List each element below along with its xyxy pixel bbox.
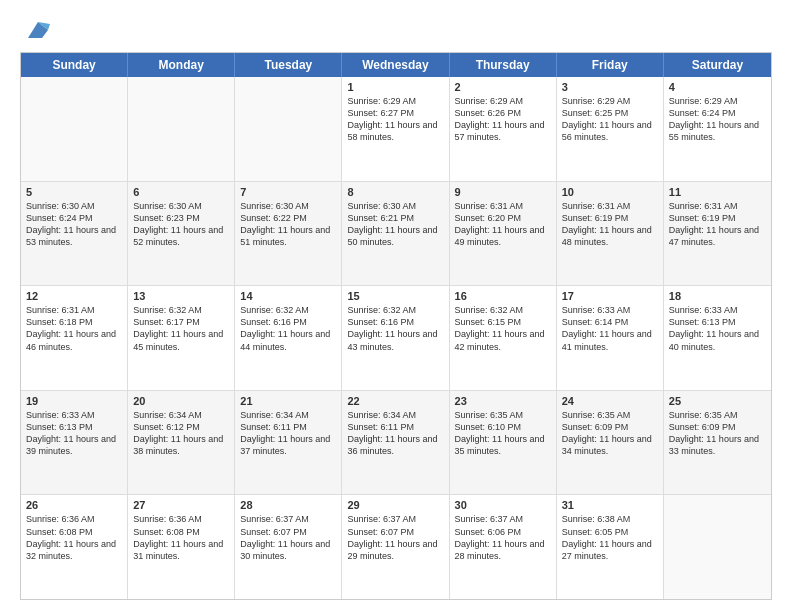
day-cell-27: 27Sunrise: 6:36 AMSunset: 6:08 PMDayligh…: [128, 495, 235, 599]
day-number: 9: [455, 186, 551, 198]
day-number: 19: [26, 395, 122, 407]
calendar: SundayMondayTuesdayWednesdayThursdayFrid…: [20, 52, 772, 600]
day-info: Sunrise: 6:30 AMSunset: 6:24 PMDaylight:…: [26, 200, 122, 249]
day-cell-17: 17Sunrise: 6:33 AMSunset: 6:14 PMDayligh…: [557, 286, 664, 390]
day-number: 22: [347, 395, 443, 407]
day-cell-11: 11Sunrise: 6:31 AMSunset: 6:19 PMDayligh…: [664, 182, 771, 286]
calendar-row-3: 12Sunrise: 6:31 AMSunset: 6:18 PMDayligh…: [21, 286, 771, 391]
logo-icon: [24, 16, 52, 44]
day-cell-14: 14Sunrise: 6:32 AMSunset: 6:16 PMDayligh…: [235, 286, 342, 390]
day-info: Sunrise: 6:32 AMSunset: 6:16 PMDaylight:…: [347, 304, 443, 353]
day-cell-7: 7Sunrise: 6:30 AMSunset: 6:22 PMDaylight…: [235, 182, 342, 286]
day-number: 12: [26, 290, 122, 302]
day-info: Sunrise: 6:30 AMSunset: 6:23 PMDaylight:…: [133, 200, 229, 249]
day-info: Sunrise: 6:29 AMSunset: 6:26 PMDaylight:…: [455, 95, 551, 144]
day-number: 21: [240, 395, 336, 407]
day-info: Sunrise: 6:31 AMSunset: 6:19 PMDaylight:…: [562, 200, 658, 249]
day-cell-22: 22Sunrise: 6:34 AMSunset: 6:11 PMDayligh…: [342, 391, 449, 495]
day-number: 5: [26, 186, 122, 198]
day-info: Sunrise: 6:34 AMSunset: 6:11 PMDaylight:…: [347, 409, 443, 458]
day-info: Sunrise: 6:29 AMSunset: 6:24 PMDaylight:…: [669, 95, 766, 144]
day-number: 18: [669, 290, 766, 302]
day-info: Sunrise: 6:38 AMSunset: 6:05 PMDaylight:…: [562, 513, 658, 562]
header-day-saturday: Saturday: [664, 53, 771, 77]
day-info: Sunrise: 6:32 AMSunset: 6:16 PMDaylight:…: [240, 304, 336, 353]
day-cell-12: 12Sunrise: 6:31 AMSunset: 6:18 PMDayligh…: [21, 286, 128, 390]
day-number: 25: [669, 395, 766, 407]
header-day-wednesday: Wednesday: [342, 53, 449, 77]
day-number: 3: [562, 81, 658, 93]
day-info: Sunrise: 6:33 AMSunset: 6:14 PMDaylight:…: [562, 304, 658, 353]
day-info: Sunrise: 6:36 AMSunset: 6:08 PMDaylight:…: [26, 513, 122, 562]
day-cell-23: 23Sunrise: 6:35 AMSunset: 6:10 PMDayligh…: [450, 391, 557, 495]
day-info: Sunrise: 6:34 AMSunset: 6:12 PMDaylight:…: [133, 409, 229, 458]
empty-cell: [235, 77, 342, 181]
day-cell-21: 21Sunrise: 6:34 AMSunset: 6:11 PMDayligh…: [235, 391, 342, 495]
day-cell-1: 1Sunrise: 6:29 AMSunset: 6:27 PMDaylight…: [342, 77, 449, 181]
header-day-tuesday: Tuesday: [235, 53, 342, 77]
day-number: 15: [347, 290, 443, 302]
day-cell-3: 3Sunrise: 6:29 AMSunset: 6:25 PMDaylight…: [557, 77, 664, 181]
header: [20, 16, 772, 44]
day-cell-18: 18Sunrise: 6:33 AMSunset: 6:13 PMDayligh…: [664, 286, 771, 390]
day-cell-19: 19Sunrise: 6:33 AMSunset: 6:13 PMDayligh…: [21, 391, 128, 495]
day-info: Sunrise: 6:30 AMSunset: 6:22 PMDaylight:…: [240, 200, 336, 249]
day-number: 20: [133, 395, 229, 407]
day-number: 31: [562, 499, 658, 511]
calendar-body: 1Sunrise: 6:29 AMSunset: 6:27 PMDaylight…: [21, 77, 771, 599]
day-info: Sunrise: 6:34 AMSunset: 6:11 PMDaylight:…: [240, 409, 336, 458]
day-number: 6: [133, 186, 229, 198]
day-cell-16: 16Sunrise: 6:32 AMSunset: 6:15 PMDayligh…: [450, 286, 557, 390]
day-number: 16: [455, 290, 551, 302]
header-day-thursday: Thursday: [450, 53, 557, 77]
calendar-row-5: 26Sunrise: 6:36 AMSunset: 6:08 PMDayligh…: [21, 495, 771, 599]
day-number: 27: [133, 499, 229, 511]
empty-cell: [21, 77, 128, 181]
calendar-header: SundayMondayTuesdayWednesdayThursdayFrid…: [21, 53, 771, 77]
day-number: 29: [347, 499, 443, 511]
day-number: 7: [240, 186, 336, 198]
day-number: 1: [347, 81, 443, 93]
day-number: 14: [240, 290, 336, 302]
day-cell-13: 13Sunrise: 6:32 AMSunset: 6:17 PMDayligh…: [128, 286, 235, 390]
calendar-row-2: 5Sunrise: 6:30 AMSunset: 6:24 PMDaylight…: [21, 182, 771, 287]
day-cell-31: 31Sunrise: 6:38 AMSunset: 6:05 PMDayligh…: [557, 495, 664, 599]
day-number: 8: [347, 186, 443, 198]
day-number: 23: [455, 395, 551, 407]
day-number: 17: [562, 290, 658, 302]
day-number: 11: [669, 186, 766, 198]
day-info: Sunrise: 6:31 AMSunset: 6:18 PMDaylight:…: [26, 304, 122, 353]
day-info: Sunrise: 6:31 AMSunset: 6:20 PMDaylight:…: [455, 200, 551, 249]
day-number: 26: [26, 499, 122, 511]
day-cell-4: 4Sunrise: 6:29 AMSunset: 6:24 PMDaylight…: [664, 77, 771, 181]
day-cell-10: 10Sunrise: 6:31 AMSunset: 6:19 PMDayligh…: [557, 182, 664, 286]
page: SundayMondayTuesdayWednesdayThursdayFrid…: [0, 0, 792, 612]
day-info: Sunrise: 6:37 AMSunset: 6:07 PMDaylight:…: [240, 513, 336, 562]
day-info: Sunrise: 6:31 AMSunset: 6:19 PMDaylight:…: [669, 200, 766, 249]
day-number: 13: [133, 290, 229, 302]
day-number: 4: [669, 81, 766, 93]
day-cell-8: 8Sunrise: 6:30 AMSunset: 6:21 PMDaylight…: [342, 182, 449, 286]
day-info: Sunrise: 6:35 AMSunset: 6:09 PMDaylight:…: [562, 409, 658, 458]
day-cell-24: 24Sunrise: 6:35 AMSunset: 6:09 PMDayligh…: [557, 391, 664, 495]
day-info: Sunrise: 6:35 AMSunset: 6:09 PMDaylight:…: [669, 409, 766, 458]
day-info: Sunrise: 6:37 AMSunset: 6:07 PMDaylight:…: [347, 513, 443, 562]
day-cell-2: 2Sunrise: 6:29 AMSunset: 6:26 PMDaylight…: [450, 77, 557, 181]
calendar-row-4: 19Sunrise: 6:33 AMSunset: 6:13 PMDayligh…: [21, 391, 771, 496]
day-cell-15: 15Sunrise: 6:32 AMSunset: 6:16 PMDayligh…: [342, 286, 449, 390]
day-cell-30: 30Sunrise: 6:37 AMSunset: 6:06 PMDayligh…: [450, 495, 557, 599]
header-day-sunday: Sunday: [21, 53, 128, 77]
calendar-row-1: 1Sunrise: 6:29 AMSunset: 6:27 PMDaylight…: [21, 77, 771, 182]
day-number: 28: [240, 499, 336, 511]
day-cell-5: 5Sunrise: 6:30 AMSunset: 6:24 PMDaylight…: [21, 182, 128, 286]
day-cell-6: 6Sunrise: 6:30 AMSunset: 6:23 PMDaylight…: [128, 182, 235, 286]
day-cell-26: 26Sunrise: 6:36 AMSunset: 6:08 PMDayligh…: [21, 495, 128, 599]
day-cell-29: 29Sunrise: 6:37 AMSunset: 6:07 PMDayligh…: [342, 495, 449, 599]
day-number: 10: [562, 186, 658, 198]
day-cell-25: 25Sunrise: 6:35 AMSunset: 6:09 PMDayligh…: [664, 391, 771, 495]
day-cell-28: 28Sunrise: 6:37 AMSunset: 6:07 PMDayligh…: [235, 495, 342, 599]
day-info: Sunrise: 6:32 AMSunset: 6:17 PMDaylight:…: [133, 304, 229, 353]
day-info: Sunrise: 6:36 AMSunset: 6:08 PMDaylight:…: [133, 513, 229, 562]
day-info: Sunrise: 6:33 AMSunset: 6:13 PMDaylight:…: [669, 304, 766, 353]
day-cell-9: 9Sunrise: 6:31 AMSunset: 6:20 PMDaylight…: [450, 182, 557, 286]
